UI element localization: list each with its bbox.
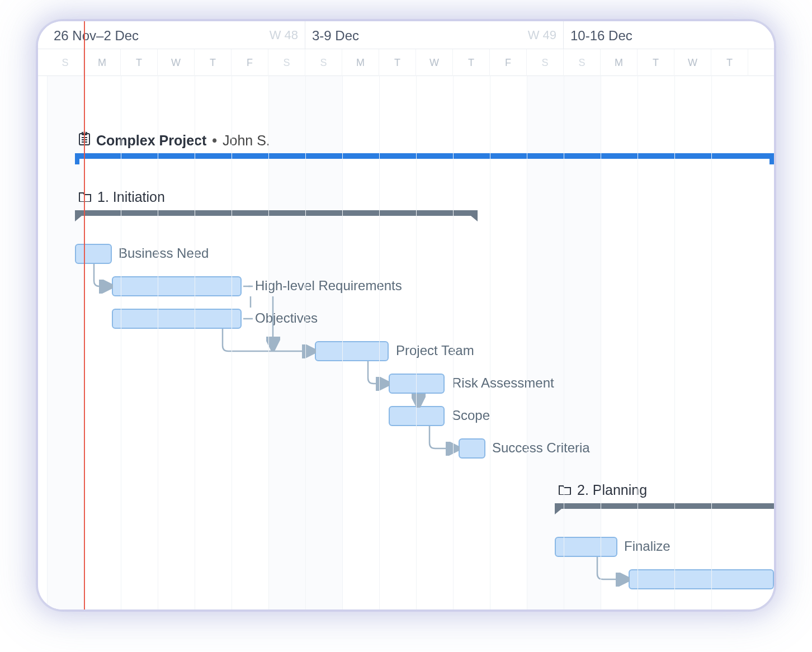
task-bar-risk-assessment[interactable]: [389, 374, 445, 394]
week-range-label: 10-16 Dec: [570, 28, 632, 44]
task-bar-next[interactable]: [629, 569, 774, 589]
phase-label: 2. Planning: [577, 482, 647, 498]
week-col-50[interactable]: 10-16 Dec: [564, 21, 774, 49]
day-header-cell[interactable]: W: [674, 49, 711, 76]
task-bar-project-team[interactable]: [315, 341, 389, 361]
day-header-cell[interactable]: T: [453, 49, 490, 76]
project-owner: John S.: [223, 133, 270, 149]
gantt-grid[interactable]: Complex Project • John S. 1. Initiation …: [38, 76, 774, 610]
timeline-day-header: SMTWTFSSMTWTFSSMTWT: [38, 49, 774, 76]
week-col-49[interactable]: 3-9 Dec W 49: [305, 21, 564, 49]
phase-title-planning[interactable]: 2. Planning: [558, 482, 647, 498]
task-bar-high-level-req[interactable]: [112, 276, 242, 296]
timeline-week-header: 47 26 Nov–2 Dec W 48 3-9 Dec W 49 10-16 …: [38, 21, 774, 49]
task-label-scope: Scope: [452, 408, 490, 423]
day-header-cell[interactable]: S: [47, 49, 84, 76]
phase-bar-planning[interactable]: [555, 503, 774, 509]
day-header-cell[interactable]: T: [638, 49, 674, 76]
day-header-cell[interactable]: W: [416, 49, 453, 76]
task-label-business-need: Business Need: [119, 245, 209, 261]
day-header-cell[interactable]: T: [195, 49, 232, 76]
week-number-label: W 48: [270, 28, 298, 42]
task-bar-success-criteria[interactable]: [459, 438, 485, 459]
week-col-48[interactable]: 26 Nov–2 Dec W 48: [47, 21, 305, 49]
day-header-cell[interactable]: T: [379, 49, 416, 76]
day-header-cell[interactable]: M: [342, 49, 379, 76]
day-header-cell[interactable]: M: [601, 49, 638, 76]
phase-title-initiation[interactable]: 1. Initiation: [78, 189, 165, 205]
today-marker: [84, 21, 85, 76]
task-label-project-team: Project Team: [396, 343, 474, 358]
task-bar-business-need[interactable]: [75, 244, 112, 264]
week-number-label: W 49: [528, 28, 556, 42]
day-header-cell[interactable]: F: [490, 49, 527, 76]
phase-bar-initiation[interactable]: [75, 210, 478, 216]
task-label-finalize: Finalize: [624, 538, 671, 554]
task-label-risk-assessment: Risk Assessment: [452, 375, 554, 391]
task-label-objectives: Objectives: [255, 310, 318, 326]
folder-icon: [78, 189, 92, 205]
week-range-label: 3-9 Dec: [312, 28, 359, 44]
gantt-frame: 47 26 Nov–2 Dec W 48 3-9 Dec W 49 10-16 …: [38, 21, 774, 610]
day-header-cell[interactable]: M: [84, 49, 121, 76]
today-marker: [84, 76, 85, 610]
week-range-label: 26 Nov–2 Dec: [54, 28, 139, 44]
day-header-cell[interactable]: S: [268, 49, 305, 76]
project-title-row[interactable]: Complex Project • John S.: [78, 132, 270, 149]
task-label-success-criteria: Success Criteria: [492, 440, 590, 456]
task-label-high-level-req: High-level Requirements: [255, 278, 402, 294]
task-bar-scope[interactable]: [389, 406, 445, 426]
day-header-cell[interactable]: W: [158, 49, 195, 76]
day-header-cell[interactable]: S: [305, 49, 342, 76]
folder-icon: [558, 482, 572, 498]
phase-label: 1. Initiation: [97, 189, 165, 205]
day-header-cell[interactable]: S: [564, 49, 601, 76]
day-header-cell[interactable]: T: [711, 49, 748, 76]
project-title: Complex Project: [96, 133, 206, 149]
task-bar-objectives[interactable]: [112, 309, 242, 329]
day-header-cell[interactable]: T: [121, 49, 158, 76]
day-header-cell[interactable]: S: [527, 49, 564, 76]
project-summary-bar[interactable]: [75, 153, 774, 159]
separator-dot: •: [212, 133, 217, 149]
day-header-cell[interactable]: F: [232, 49, 268, 76]
